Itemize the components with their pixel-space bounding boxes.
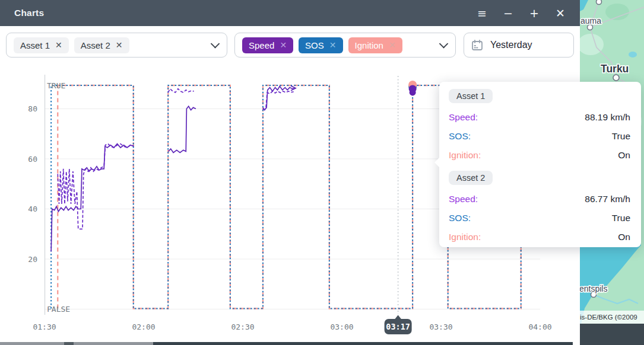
svg-text:03:00: 03:00	[330, 322, 353, 331]
tooltip-row-speed: Speed: 88.19 km/h	[449, 112, 630, 123]
svg-text:02:00: 02:00	[132, 322, 155, 331]
tooltip-row-speed: Speed: 86.77 km/h	[449, 194, 630, 205]
cursor-markers	[408, 81, 417, 95]
map-attribution: is-DE/BKG (©2009	[580, 314, 637, 321]
svg-text:80: 80	[28, 104, 37, 113]
tooltip-ignition-value: On	[618, 232, 630, 242]
svg-text:04:00: 04:00	[528, 322, 551, 331]
tooltip-sos-value: True	[612, 131, 630, 142]
y-axis-labels: TRUE80604020FALSE	[28, 81, 70, 314]
tooltip-ignition-label: Ignition:	[449, 150, 481, 161]
svg-text:01:30: 01:30	[33, 322, 56, 331]
background-window-edge	[153, 342, 573, 345]
tooltip-sos-label: SOS:	[449, 131, 471, 142]
series-asset-1-speed	[51, 86, 296, 251]
x-axis-labels: 01:3002:0002:3003:0003:3004:00	[33, 322, 551, 331]
svg-text:02:30: 02:30	[231, 322, 254, 331]
svg-text:TRUE: TRUE	[47, 81, 65, 90]
chart-tooltip: Asset 1 Speed: 88.19 km/h SOS: True Igni…	[439, 82, 641, 247]
tooltip-speed-value: 86.77 km/h	[585, 194, 630, 205]
svg-text:03:30: 03:30	[429, 322, 452, 331]
map-label-turku: Turku	[601, 63, 629, 75]
tooltip-speed-label: Speed:	[449, 194, 478, 205]
tooltip-asset-2-badge: Asset 2	[449, 171, 493, 185]
tooltip-ignition-label: Ignition:	[449, 232, 481, 242]
background-window-edge	[74, 342, 153, 345]
tooltip-asset-1-badge: Asset 1	[449, 89, 493, 103]
tooltip-speed-value: 88.19 km/h	[585, 112, 630, 123]
screen: Charts ≡ − + ✕ Asset 1 ✕ Asset 2 ✕	[0, 0, 644, 345]
tooltip-row-ignition: Ignition: On	[449, 232, 630, 242]
tooltip-sos-label: SOS:	[449, 213, 471, 223]
tooltip-ignition-value: On	[618, 150, 630, 161]
map-bottom-bar	[580, 324, 644, 345]
svg-text:60: 60	[28, 155, 37, 164]
tooltip-row-sos: SOS: True	[449, 213, 630, 223]
svg-text:20: 20	[28, 255, 37, 264]
map-label-ventspils: entspils	[580, 284, 607, 293]
background-window-edge	[64, 342, 74, 345]
svg-text:FALSE: FALSE	[47, 305, 70, 314]
background-window-edge	[0, 342, 64, 345]
tooltip-row-sos: SOS: True	[449, 131, 630, 142]
svg-text:40: 40	[28, 205, 37, 213]
cursor-time-badge[interactable]: 03:17	[385, 315, 412, 335]
svg-text:03:17: 03:17	[386, 322, 410, 331]
tooltip-sos-value: True	[612, 213, 630, 223]
map-label-rauma: auma	[580, 16, 601, 25]
tooltip-speed-label: Speed:	[449, 112, 478, 123]
tooltip-row-ignition: Ignition: On	[449, 150, 630, 161]
